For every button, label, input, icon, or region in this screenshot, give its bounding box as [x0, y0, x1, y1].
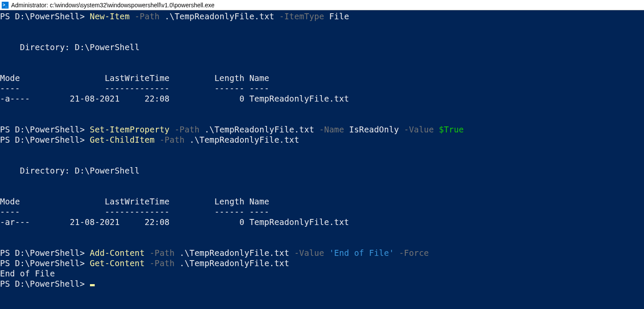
terminal-line: Mode LastWriteTime Length Name: [0, 73, 644, 83]
terminal-segment: 'End of File': [329, 248, 399, 258]
terminal-segment: PS D:\PowerShell>: [0, 248, 90, 258]
terminal-segment: Get-Content: [90, 258, 150, 268]
terminal-line: [0, 155, 644, 165]
terminal-segment: .\TempReadonlyFile.txt: [165, 12, 279, 21]
terminal-line: [0, 237, 644, 248]
terminal-segment: -ItemType: [279, 12, 329, 21]
terminal-segment: ---- ------------- ------ ----: [0, 207, 270, 216]
terminal-segment: -Path: [159, 135, 189, 144]
terminal-segment: -Path: [150, 258, 180, 268]
terminal-line: [0, 186, 644, 196]
terminal-line: PS D:\PowerShell> Add-Content -Path .\Te…: [0, 248, 644, 258]
terminal-segment: -a---- 21-08-2021 22:08 0 TempReadonlyFi…: [0, 94, 349, 103]
terminal-segment: Directory: D:\PowerShell: [0, 42, 140, 52]
terminal-segment: Set-ItemProperty: [90, 125, 175, 134]
terminal-line: Directory: D:\PowerShell: [0, 42, 644, 52]
terminal-segment: .\TempReadonlyFile.txt: [180, 248, 294, 258]
cursor: [90, 284, 95, 286]
terminal-line: PS D:\PowerShell> Get-Content -Path .\Te…: [0, 258, 644, 268]
window-title: Administrator: c:\windows\system32\windo…: [11, 2, 215, 9]
terminal-segment: PS D:\PowerShell>: [0, 12, 90, 21]
terminal-segment: .\TempReadonlyFile.txt: [189, 135, 299, 144]
terminal-segment: PS D:\PowerShell>: [0, 279, 90, 288]
terminal-line: [0, 176, 644, 186]
terminal-line: ---- ------------- ------ ----: [0, 207, 644, 217]
terminal-line: -a---- 21-08-2021 22:08 0 TempReadonlyFi…: [0, 93, 644, 104]
terminal-segment: File: [329, 12, 349, 21]
terminal-line: [0, 63, 644, 73]
terminal-line: [0, 227, 644, 237]
terminal-segment: -Path: [150, 248, 180, 258]
terminal-segment: PS D:\PowerShell>: [0, 125, 90, 134]
terminal-viewport[interactable]: PS D:\PowerShell> New-Item -Path .\TempR…: [0, 10, 644, 309]
terminal-line: ---- ------------- ------ ----: [0, 83, 644, 93]
terminal-line: [0, 145, 644, 155]
terminal-segment: -Force: [399, 248, 429, 258]
terminal-segment: -Value: [404, 125, 439, 134]
terminal-line: [0, 52, 644, 63]
terminal-line: Directory: D:\PowerShell: [0, 165, 644, 176]
terminal-line: [0, 114, 644, 124]
terminal-line: Mode LastWriteTime Length Name: [0, 196, 644, 207]
terminal-line: PS D:\PowerShell> Set-ItemProperty -Path…: [0, 124, 644, 135]
terminal-segment: ---- ------------- ------ ----: [0, 84, 270, 93]
terminal-line: [0, 104, 644, 114]
terminal-segment: New-Item: [90, 12, 135, 21]
terminal-segment: Mode LastWriteTime Length Name: [0, 73, 270, 83]
terminal-line: PS D:\PowerShell> Get-ChildItem -Path .\…: [0, 135, 644, 145]
terminal-line: PS D:\PowerShell> New-Item -Path .\TempR…: [0, 11, 644, 21]
terminal-segment: PS D:\PowerShell>: [0, 135, 90, 144]
terminal-line: End of File: [0, 268, 644, 279]
terminal-segment: -Path: [135, 12, 165, 21]
terminal-segment: -ar--- 21-08-2021 22:08 0 TempReadonlyFi…: [0, 217, 349, 227]
terminal-segment: .\TempReadonlyFile.txt: [204, 125, 319, 134]
terminal-segment: End of File: [0, 269, 55, 278]
terminal-segment: -Name: [319, 125, 349, 134]
terminal-segment: $True: [439, 125, 464, 134]
powershell-icon: >_: [2, 2, 9, 9]
terminal-line: [0, 21, 644, 32]
terminal-segment: -Value: [294, 248, 329, 258]
terminal-line: PS D:\PowerShell>: [0, 279, 644, 289]
terminal-segment: PS D:\PowerShell>: [0, 258, 90, 268]
terminal-segment: Directory: D:\PowerShell: [0, 166, 140, 175]
terminal-segment: IsReadOnly: [349, 125, 404, 134]
terminal-segment: Add-Content: [90, 248, 150, 258]
terminal-segment: .\TempReadonlyFile.txt: [180, 258, 289, 268]
terminal-segment: Get-ChildItem: [90, 135, 160, 144]
terminal-segment: Mode LastWriteTime Length Name: [0, 197, 270, 206]
terminal-segment: -Path: [174, 125, 204, 134]
terminal-line: [0, 32, 644, 42]
terminal-line: -ar--- 21-08-2021 22:08 0 TempReadonlyFi…: [0, 217, 644, 227]
window-titlebar[interactable]: >_ Administrator: c:\windows\system32\wi…: [0, 0, 644, 10]
